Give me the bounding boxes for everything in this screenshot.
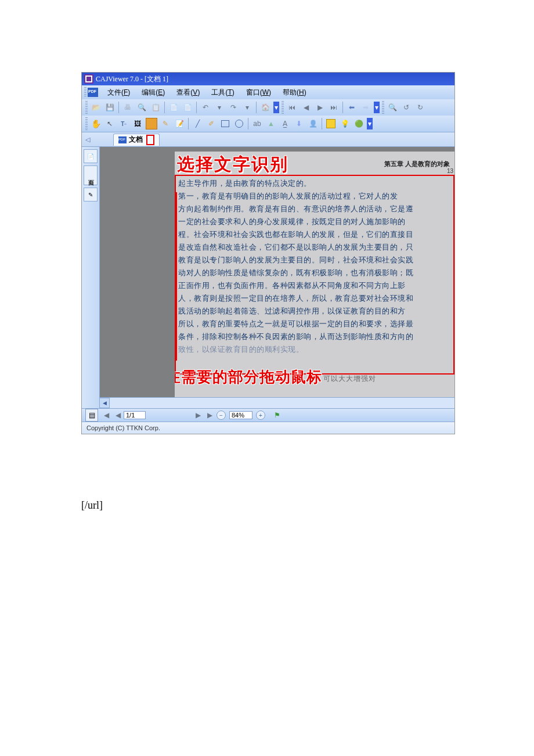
horizontal-scrollbar[interactable]: ◀: [99, 397, 454, 408]
separator: [188, 118, 189, 129]
dropdown-icon[interactable]: ▾: [273, 102, 279, 113]
pdf-icon: [118, 136, 127, 143]
first-page-button[interactable]: ⏮: [286, 102, 298, 113]
document-tab[interactable]: 文档: [113, 134, 160, 146]
ellipse-tool-button[interactable]: [233, 118, 245, 129]
save-button[interactable]: 💾: [104, 102, 116, 113]
underline-button[interactable]: A̲: [279, 118, 291, 129]
side-panel: 📄 页面 ✎: [82, 147, 100, 408]
separator: [164, 102, 165, 113]
prev-page-button[interactable]: ◀: [300, 102, 312, 113]
separator: [342, 102, 343, 113]
highlight-button[interactable]: ▲: [265, 118, 277, 129]
next-button[interactable]: ▶: [192, 409, 204, 421]
zoom-out-button[interactable]: −: [217, 411, 226, 420]
panel-button-outline[interactable]: 页面: [84, 165, 98, 185]
open-button[interactable]: 📂: [90, 102, 102, 113]
grip-icon: [84, 87, 86, 98]
callout-2-text: 在需要的部分拖动鼠标可以大大增强对: [175, 367, 376, 387]
rotate-right-button[interactable]: ↻: [414, 102, 426, 113]
select-tool-button[interactable]: ↖: [104, 118, 116, 129]
toolbar-annot: ✋ ↖ T▫ 🖼 ✎ 📝 ╱ ✐ ab ▲ A̲ ⬇ 👤 💡 🟢 ▾: [82, 116, 454, 132]
panel-button-3[interactable]: ✎: [84, 188, 98, 201]
dropdown-icon[interactable]: ▾: [374, 102, 380, 113]
grip-icon: [382, 101, 384, 114]
stamp-button[interactable]: 🟢: [353, 118, 365, 129]
last-page-button[interactable]: ⏭: [328, 102, 340, 113]
title-bar: CAJViewer 7.0 - [文档 1]: [82, 73, 454, 85]
callout-line-icon: [175, 192, 177, 361]
image-select-button[interactable]: 🖼: [132, 118, 143, 129]
grip-icon: [85, 101, 88, 114]
zoom-button[interactable]: 🔍: [387, 102, 398, 113]
chapter-heading: 第五章 人是教育的对象: [384, 160, 450, 168]
rotate-left-button[interactable]: ↺: [400, 102, 412, 113]
pdf-icon: [88, 88, 98, 97]
user-button[interactable]: 👤: [307, 118, 319, 129]
scroll-left-icon[interactable]: ◁: [85, 136, 90, 143]
menu-help[interactable]: 帮助(H): [283, 88, 306, 98]
mail-button[interactable]: 📋: [150, 102, 161, 113]
dropdown-icon[interactable]: ▾: [241, 102, 253, 113]
rect-tool-button[interactable]: [219, 118, 231, 129]
search-button[interactable]: 🔍: [136, 102, 147, 113]
callout-marker-icon: [146, 135, 154, 145]
bookmark-flag-icon[interactable]: ⚑: [271, 409, 283, 421]
dropdown-icon[interactable]: ▾: [214, 102, 225, 113]
nav-back-button[interactable]: ⬅: [346, 102, 358, 113]
zoom-in-button[interactable]: +: [256, 411, 265, 420]
app-icon: [84, 74, 93, 84]
next-page-button[interactable]: ▶: [314, 102, 326, 113]
separator: [256, 102, 257, 113]
ocr-button[interactable]: [146, 118, 157, 129]
text-select-button[interactable]: T▫: [118, 118, 129, 129]
annotate-button[interactable]: ✎: [160, 118, 171, 129]
separator: [248, 118, 248, 129]
bookmark-button[interactable]: [325, 118, 337, 129]
app-window: CAJViewer 7.0 - [文档 1] 文件(F) 编辑(E) 查看(V)…: [81, 72, 455, 434]
grip-icon: [282, 101, 284, 114]
panel-button-1[interactable]: 📄: [84, 149, 98, 163]
copyright-text: Copyright (C) TTKN Corp.: [86, 424, 160, 431]
callout-1-text: 选择文字识别: [177, 153, 288, 177]
tab-label: 文档: [129, 135, 143, 145]
tab-strip: ◁ 文档: [82, 132, 454, 146]
nav-fwd-button[interactable]: ➡: [360, 102, 371, 113]
home-button[interactable]: 🏠: [259, 102, 271, 113]
grip-icon: [85, 117, 88, 130]
scroll-left-icon[interactable]: ◀: [99, 398, 110, 408]
pencil-tool-button[interactable]: ✐: [205, 118, 217, 129]
prev-button[interactable]: ◀: [100, 409, 112, 421]
paste-button[interactable]: 📄: [182, 102, 193, 113]
lightbulb-button[interactable]: 💡: [339, 118, 351, 129]
copy-button[interactable]: 📄: [168, 102, 179, 113]
document-view[interactable]: 1、 选择文字识别 第五章 人是教育的对象 13 起主导作用，是由教育的特点决定…: [175, 152, 454, 398]
note-button[interactable]: 📝: [174, 118, 185, 129]
next-button-2[interactable]: ▶: [204, 409, 215, 421]
hand-tool-button[interactable]: ✋: [90, 118, 102, 129]
dropdown-icon[interactable]: ▾: [367, 118, 373, 129]
line-tool-button[interactable]: ╱: [192, 118, 203, 129]
menu-file[interactable]: 文件(F): [107, 88, 130, 98]
menu-tool[interactable]: 工具(T): [211, 88, 234, 98]
down-button[interactable]: ⬇: [293, 118, 305, 129]
url-close-tag: [/url]: [81, 499, 103, 512]
separator: [118, 102, 119, 113]
prev-button-2[interactable]: ◀: [112, 409, 124, 421]
zoom-input[interactable]: 84%: [229, 411, 252, 419]
window-title: CAJViewer 7.0 - [文档 1]: [96, 73, 168, 85]
redo-button[interactable]: ↷: [228, 102, 239, 113]
layout-button[interactable]: ▤: [85, 409, 98, 422]
page-input[interactable]: 1/1: [124, 411, 146, 419]
print-button[interactable]: 🖶: [122, 102, 134, 113]
menu-bar: 文件(F) 编辑(E) 查看(V) 工具(T) 窗口(W) 帮助(H): [82, 85, 454, 99]
undo-button[interactable]: ↶: [200, 102, 211, 113]
menu-view[interactable]: 查看(V): [176, 88, 200, 98]
document-body-text: 起主导作用，是由教育的特点决定的。 第一，教育是有明确目的的影响人发展的活动过程…: [178, 177, 454, 356]
menu-window[interactable]: 窗口(W): [246, 88, 271, 98]
text-tool-button[interactable]: ab: [251, 118, 263, 129]
separator: [196, 102, 197, 113]
menu-edit[interactable]: 编辑(E): [142, 88, 165, 98]
status-bar: ▤ ◀ ◀ 1/1 ▶ ▶ − 84% + ⚑: [82, 408, 454, 422]
content-area: 📄 页面 ✎ 1、 选择文字识别 第五章 人是教育的对象 13 起主导作用，是由…: [82, 146, 454, 408]
